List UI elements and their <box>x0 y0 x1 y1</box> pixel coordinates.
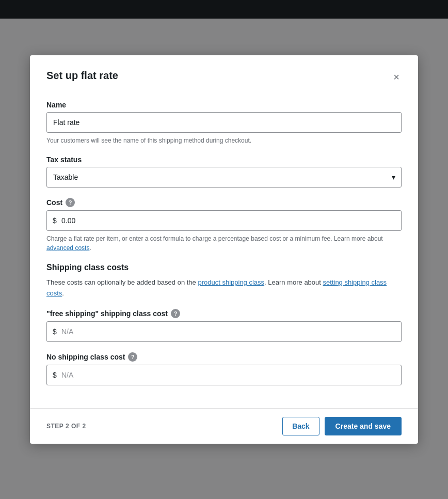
cost-input[interactable] <box>46 210 402 231</box>
no-shipping-input[interactable] <box>46 365 402 385</box>
tax-status-select[interactable]: Taxable None <box>46 167 402 188</box>
no-shipping-label: No shipping class cost ? <box>46 352 402 362</box>
cost-help-icon[interactable]: ? <box>66 198 75 207</box>
name-hint: Your customers will see the name of this… <box>46 136 402 145</box>
cost-prefix: $ <box>53 216 57 225</box>
cost-hint: Charge a flat rate per item, or enter a … <box>46 234 402 253</box>
no-shipping-help-icon[interactable]: ? <box>128 352 137 362</box>
close-button[interactable]: × <box>391 70 402 84</box>
modal-footer: STEP 2 OF 2 Back Create and save <box>30 408 418 444</box>
no-shipping-class-group: No shipping class cost ? $ <box>46 352 402 385</box>
create-and-save-button[interactable]: Create and save <box>325 417 402 435</box>
cost-field-group: Cost ? $ Charge a flat rate per item, or… <box>46 198 402 253</box>
cost-label: Cost ? <box>46 198 402 207</box>
no-shipping-prefix: $ <box>53 371 57 379</box>
modal-overlay: Set up flat rate × Name Your customers w… <box>0 0 448 499</box>
shipping-class-heading: Shipping class costs <box>46 263 402 272</box>
free-shipping-label: "free shipping" shipping class cost ? <box>46 309 402 318</box>
shipping-class-intro: These costs can optionally be added base… <box>46 277 402 299</box>
free-shipping-class-group: "free shipping" shipping class cost ? $ <box>46 309 402 342</box>
free-shipping-help-icon[interactable]: ? <box>171 309 180 318</box>
modal-body: Name Your customers will see the name of… <box>30 92 418 409</box>
footer-actions: Back Create and save <box>282 417 402 435</box>
tax-status-label: Tax status <box>46 155 402 164</box>
tax-status-field-group: Tax status Taxable None ▾ <box>46 155 402 188</box>
advanced-costs-link[interactable]: advanced costs <box>46 244 89 252</box>
free-shipping-input[interactable] <box>46 321 402 342</box>
free-shipping-input-wrapper: $ <box>46 321 402 342</box>
name-label: Name <box>46 101 402 109</box>
tax-status-select-wrapper: Taxable None ▾ <box>46 167 402 188</box>
modal-title: Set up flat rate <box>46 70 118 82</box>
modal-dialog: Set up flat rate × Name Your customers w… <box>30 55 418 444</box>
free-shipping-prefix: $ <box>53 328 57 336</box>
cost-input-wrapper: $ <box>46 210 402 231</box>
step-indicator: STEP 2 OF 2 <box>46 423 86 430</box>
name-field-group: Name Your customers will see the name of… <box>46 101 402 145</box>
product-shipping-class-link[interactable]: product shipping class <box>198 278 264 286</box>
modal-header: Set up flat rate × <box>30 55 418 92</box>
shipping-class-section: Shipping class costs These costs can opt… <box>46 263 402 299</box>
no-shipping-input-wrapper: $ <box>46 365 402 385</box>
back-button[interactable]: Back <box>282 417 319 435</box>
name-input[interactable] <box>46 112 402 133</box>
